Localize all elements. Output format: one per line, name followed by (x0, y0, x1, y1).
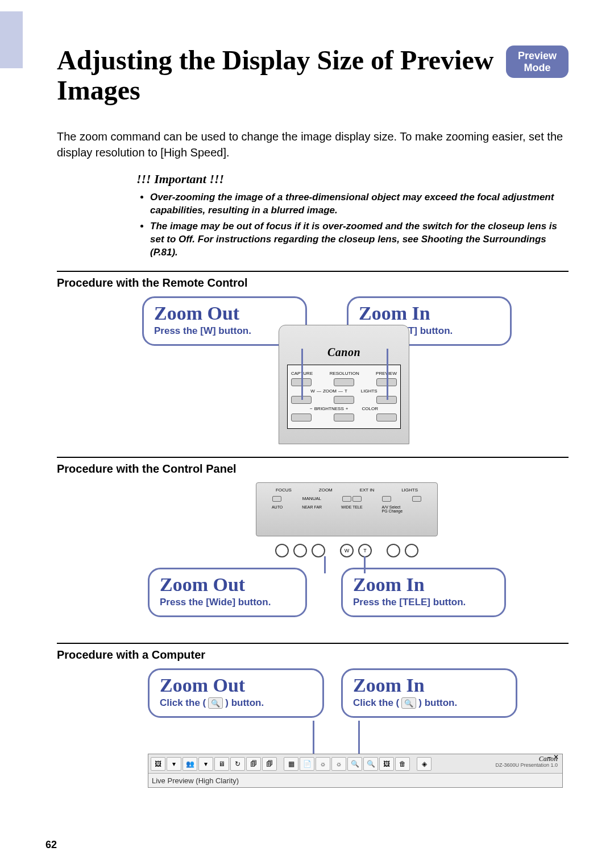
label-pgchange: PG Change (382, 509, 403, 513)
callout-title: Zoom Out (154, 304, 295, 323)
remote-diagram: Zoom Out Press the [W] button. Zoom In P… (57, 296, 569, 450)
toolbar-button[interactable]: ↻ (230, 757, 245, 771)
cp-circle-button[interactable] (275, 544, 289, 557)
toolbar-button[interactable]: 👥 (182, 757, 197, 771)
control-panel-diagram: FOCUS ZOOM EXT IN LIGHTS MANUAL AUTO NEA… (57, 482, 569, 636)
toolbar-help-button[interactable]: ◈ (417, 757, 432, 771)
cp-auto-button[interactable] (272, 496, 281, 502)
label-resolution: RESOLUTION (330, 371, 359, 376)
software-brand: Canon DZ-3600U Presentation 1.0 (495, 755, 558, 768)
pointer-line (358, 721, 360, 755)
callout-title: Zoom Out (160, 676, 312, 695)
callout-sub: Click the ( 🔍 ) button. (160, 697, 264, 709)
cp-wide-button[interactable] (342, 496, 351, 502)
remote-zoom-t-button[interactable] (334, 396, 354, 404)
cp-tele-circle[interactable]: T (358, 544, 372, 557)
toolbar-button[interactable]: 🗐 (262, 757, 277, 771)
computer-zoom-in-callout: Zoom In Click the ( 🔍 ) button. (341, 668, 517, 717)
pointer-line (324, 556, 326, 573)
title-row: Adjusting the Display Size of Preview Im… (57, 46, 569, 106)
remote-resolution-button[interactable] (334, 378, 354, 386)
important-block: !!! Important !!! Over-zooming the image… (136, 172, 569, 260)
cp-avselect-button[interactable] (382, 496, 391, 502)
important-heading: !!! Important !!! (136, 172, 569, 187)
callout-sub: Press the [W] button. (154, 325, 295, 337)
toolbar-dropdown-icon[interactable]: ▾ (198, 757, 213, 771)
toolbar-button[interactable]: 🖼 (151, 757, 165, 771)
computer-diagram: Zoom Out Click the ( 🔍 ) button. Zoom In… (57, 668, 569, 793)
panel-zoom-out-callout: Zoom Out Press the [Wide] button. (148, 568, 307, 617)
pointer-line (364, 556, 366, 573)
toolbar-zoom-in-button[interactable]: 🔍 (363, 757, 378, 771)
label-zoom: ZOOM (323, 388, 337, 394)
preview-mode-badge: Preview Mode (506, 46, 569, 78)
badge-line2: Mode (512, 62, 563, 74)
remote-brightness-plus-button[interactable] (334, 414, 354, 421)
callout-sub: Click the ( 🔍 ) button. (353, 697, 457, 709)
sub-post: ) button. (225, 697, 264, 709)
remote-panel: CAPTURE RESOLUTION PREVIEW W — ZOOM — T … (287, 365, 401, 429)
remote-illustration: Canon CAPTURE RESOLUTION PREVIEW W — ZOO… (279, 325, 409, 444)
label-t: T (345, 388, 347, 394)
toolbar-button[interactable]: 🗑 (395, 757, 410, 771)
cp-wide-circle[interactable]: W (340, 544, 354, 557)
toolbar-button[interactable]: ▦ (284, 757, 298, 771)
toolbar-button[interactable]: 📄 (300, 757, 314, 771)
toolbar-button[interactable]: 🖥 (214, 757, 229, 771)
toolbar-brightness-down-button[interactable]: ☼ (316, 757, 330, 771)
label-avselect: A/V Select (382, 505, 401, 509)
label-zoom: ZOOM (319, 487, 333, 493)
cp-circle-button[interactable] (405, 544, 418, 557)
label-lights: LIGHTS (361, 388, 377, 394)
toolbar-zoom-out-button[interactable]: 🔍 (347, 757, 362, 771)
callout-sub: Press the [Wide] button. (160, 597, 295, 608)
divider (57, 457, 569, 458)
toolbar-dropdown-icon[interactable]: ▾ (167, 757, 181, 771)
label-near: NEAR (302, 505, 313, 509)
pointer-line (387, 349, 388, 400)
sub-pre: Click the ( (160, 697, 206, 709)
badge-line1: Preview (512, 50, 563, 62)
divider (57, 271, 569, 272)
important-bullet: Over-zooming the image of a three-dimens… (150, 191, 569, 217)
toolbar-brightness-up-button[interactable]: ☼ (331, 757, 346, 771)
pointer-line (313, 721, 314, 755)
section-title-remote: Procedure with the Remote Control (57, 276, 569, 290)
label-manual: MANUAL (302, 496, 321, 503)
cp-circle-button[interactable] (293, 544, 307, 557)
callout-title: Zoom In (353, 575, 494, 594)
cp-circle-button[interactable] (312, 544, 325, 557)
label-extin: EXT IN (360, 487, 375, 493)
label-focus: FOCUS (276, 487, 292, 493)
canon-logo: Canon (279, 346, 409, 359)
software-toolbar: 🖼 ▾ 👥 ▾ 🖥 ↻ 🗐 🗐 ▦ 📄 ☼ ☼ 🔍 🔍 🖼 🗑 ◈ – (148, 754, 563, 788)
cp-lights-button[interactable] (412, 496, 421, 502)
cp-circle-button[interactable] (387, 544, 400, 557)
toolbar-button[interactable]: 🗐 (246, 757, 261, 771)
computer-zoom-out-callout: Zoom Out Click the ( 🔍 ) button. (148, 668, 324, 717)
label-lights: LIGHTS (401, 487, 418, 493)
remote-brightness-minus-button[interactable] (291, 414, 312, 421)
cp-tele-button[interactable] (352, 496, 362, 502)
zoom-in-icon: 🔍 (401, 697, 416, 709)
toolbar-button[interactable]: 🖼 (379, 757, 394, 771)
label-wide: WIDE (341, 505, 351, 509)
status-text: Live Preview (High Clarity) (152, 776, 239, 785)
label-brightness: BRIGHTNESS (314, 406, 344, 411)
remote-color-button[interactable] (376, 414, 397, 421)
label-color: COLOR (362, 406, 377, 411)
label-w: W (310, 388, 315, 394)
label-plus: + (346, 406, 349, 411)
page-title: Adjusting the Display Size of Preview Im… (57, 46, 495, 106)
section-title-computer: Procedure with a Computer (57, 648, 569, 662)
control-panel-buttons-row: W T (256, 539, 438, 562)
label-tele: TELE (352, 505, 363, 509)
sub-pre: Click the ( (353, 697, 399, 709)
callout-title: Zoom Out (160, 575, 295, 594)
zoom-out-icon: 🔍 (208, 697, 223, 709)
brand-sub: DZ-3600U Presentation 1.0 (495, 763, 558, 768)
divider (57, 643, 569, 644)
intro-paragraph: The zoom command can be used to change t… (57, 129, 569, 160)
control-panel-illustration: FOCUS ZOOM EXT IN LIGHTS MANUAL AUTO NEA… (256, 482, 438, 536)
important-bullet: The image may be out of focus if it is o… (150, 220, 569, 259)
